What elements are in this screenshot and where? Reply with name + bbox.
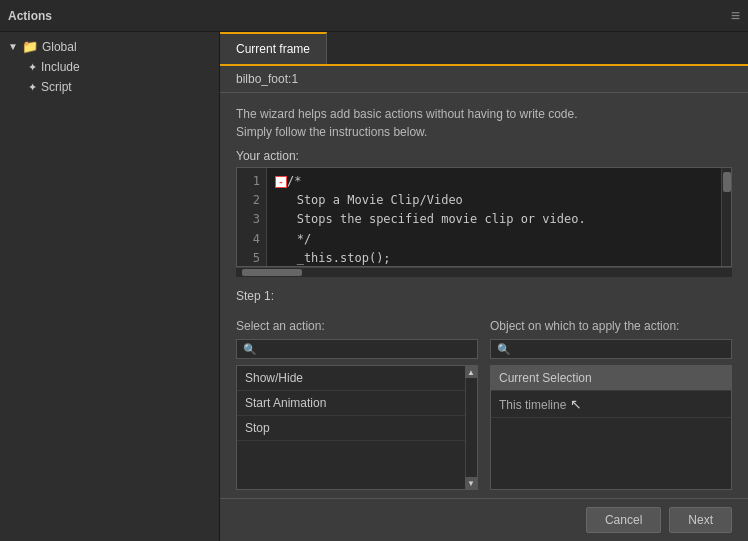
your-action-label: Your action: — [236, 149, 732, 163]
search-icon: 🔍 — [497, 343, 511, 356]
sidebar-item-label: Include — [41, 60, 80, 74]
menu-icon[interactable]: ≡ — [731, 7, 740, 25]
title-bar: Actions ≡ — [0, 0, 748, 32]
two-columns: Select an action: 🔍 Show/Hide Start Anim… — [220, 315, 748, 498]
tab-bar: Current frame — [220, 32, 748, 66]
scroll-arrows: ▲ ▼ — [465, 366, 477, 489]
action-list: Show/Hide Start Animation Stop ▲ ▼ — [236, 365, 478, 490]
sidebar-item-include[interactable]: ✦ Include — [0, 57, 219, 77]
object-search-box[interactable]: 🔍 — [490, 339, 732, 359]
action-list-scrollbar[interactable]: ▲ ▼ — [465, 366, 477, 489]
sidebar-item-global[interactable]: ▼ 📁 Global — [0, 36, 219, 57]
horizontal-scroll[interactable] — [236, 267, 732, 277]
object-list: Current Selection This timeline ↖ — [490, 365, 732, 490]
action-item-stop[interactable]: Stop — [237, 416, 477, 441]
footer: Cancel Next — [220, 498, 748, 541]
script-icon: ✦ — [28, 61, 37, 74]
scrollbar-thumb — [723, 172, 731, 192]
select-action-label: Select an action: — [236, 319, 478, 333]
code-editor[interactable]: 1 2 3 4 5 -/* Stop a Movie Clip/Video St… — [236, 167, 732, 267]
code-section: Your action: 1 2 3 4 5 -/* Stop a Movie … — [220, 149, 748, 285]
wizard-line2: Simply follow the instructions below. — [236, 123, 732, 141]
scroll-down-icon[interactable]: ▼ — [465, 477, 477, 489]
scroll-up-icon[interactable]: ▲ — [465, 366, 477, 378]
line-numbers: 1 2 3 4 5 — [237, 168, 267, 266]
wizard-text: The wizard helps add basic actions witho… — [220, 93, 748, 149]
action-item-showhide[interactable]: Show/Hide — [237, 366, 477, 391]
object-search-input[interactable] — [515, 342, 725, 356]
h-scrollbar-thumb — [242, 269, 302, 276]
step-section: Step 1: — [220, 285, 748, 315]
cancel-button[interactable]: Cancel — [586, 507, 661, 533]
collapse-icon[interactable]: - — [275, 176, 287, 188]
sidebar: ▼ 📁 Global ✦ Include ✦ Script — [0, 32, 220, 541]
action-item-start-animation[interactable]: Start Animation — [237, 391, 477, 416]
content-area: Current frame bilbo_foot:1 The wizard he… — [220, 32, 748, 541]
action-search-box[interactable]: 🔍 — [236, 339, 478, 359]
object-action-column: Object on which to apply the action: 🔍 C… — [490, 319, 732, 490]
object-item-this-timeline[interactable]: This timeline ↖ — [491, 391, 731, 418]
window-title: Actions — [8, 9, 52, 23]
main-layout: ▼ 📁 Global ✦ Include ✦ Script Current fr… — [0, 32, 748, 541]
script-icon: ✦ — [28, 81, 37, 94]
sidebar-item-label: Global — [42, 40, 77, 54]
expand-arrow-icon: ▼ — [8, 41, 18, 52]
tab-current-frame[interactable]: Current frame — [220, 32, 327, 64]
wizard-line1: The wizard helps add basic actions witho… — [236, 105, 732, 123]
object-action-label: Object on which to apply the action: — [490, 319, 732, 333]
code-content[interactable]: -/* Stop a Movie Clip/Video Stops the sp… — [267, 168, 721, 266]
action-search-input[interactable] — [261, 342, 471, 356]
select-action-column: Select an action: 🔍 Show/Hide Start Anim… — [236, 319, 478, 490]
code-scrollbar[interactable] — [721, 168, 731, 266]
search-icon: 🔍 — [243, 343, 257, 356]
sidebar-item-label: Script — [41, 80, 72, 94]
frame-label: bilbo_foot:1 — [220, 66, 748, 93]
next-button[interactable]: Next — [669, 507, 732, 533]
object-item-current-selection[interactable]: Current Selection — [491, 366, 731, 391]
sidebar-item-script[interactable]: ✦ Script — [0, 77, 219, 97]
cursor-icon: ↖ — [570, 396, 582, 412]
folder-icon: 📁 — [22, 39, 38, 54]
step-label: Step 1: — [236, 289, 732, 303]
